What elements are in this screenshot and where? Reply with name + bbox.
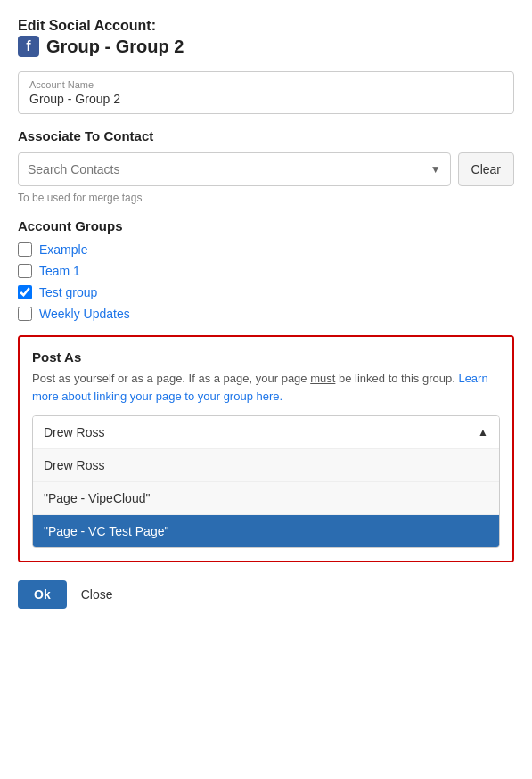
post-as-dropdown[interactable]: Drew Ross ▲ Drew Ross "Page - VipeCloud"… [32,415,500,548]
dropdown-option-drew[interactable]: Drew Ross [33,449,499,482]
checkbox-item-testgroup: Test group [18,285,514,299]
checkbox-weeklyupdates[interactable] [18,307,32,321]
checkbox-label-example[interactable]: Example [39,242,87,257]
account-name-label: Account Name [29,79,503,90]
account-name-field: Account Name Group - Group 2 [18,71,514,114]
dropdown-header[interactable]: Drew Ross ▲ [33,416,499,449]
search-contacts-input[interactable] [28,162,430,176]
page-title-line2: f Group - Group 2 [18,36,514,57]
associate-helper-text: To be used for merge tags [18,192,514,204]
close-button[interactable]: Close [78,580,117,609]
dropdown-option-vctest[interactable]: "Page - VC Test Page" [33,515,499,547]
checkbox-testgroup[interactable] [18,285,32,299]
checkbox-item-example: Example [18,242,514,257]
facebook-icon: f [18,36,39,57]
dropdown-selected-value: Drew Ross [44,425,104,439]
page-title-section: Edit Social Account: f Group - Group 2 [18,18,514,57]
post-as-title: Post As [32,349,500,365]
clear-button[interactable]: Clear [458,152,514,186]
associate-row: ▼ Clear [18,152,514,186]
search-contacts-arrow-icon: ▼ [430,163,441,176]
post-as-section: Post As Post as yourself or as a page. I… [18,335,514,562]
ok-button[interactable]: Ok [18,580,67,609]
checkbox-label-team1[interactable]: Team 1 [39,264,80,278]
associate-section-title: Associate To Contact [18,128,514,144]
search-contacts-wrapper[interactable]: ▼ [18,152,451,186]
checkbox-item-team1: Team 1 [18,264,514,278]
checkbox-label-testgroup[interactable]: Test group [39,285,97,299]
account-title: Group - Group 2 [46,37,184,57]
account-groups-title: Account Groups [18,218,514,234]
dropdown-option-vipecloud[interactable]: "Page - VipeCloud" [33,482,499,515]
checkbox-example[interactable] [18,242,32,257]
checkbox-team1[interactable] [18,264,32,278]
account-name-value: Group - Group 2 [29,92,503,106]
post-as-description: Post as yourself or as a page. If as a p… [32,370,500,405]
action-buttons: Ok Close [18,580,514,609]
dropdown-chevron-icon: ▲ [478,426,488,439]
checkbox-item-weeklyupdates: Weekly Updates [18,307,514,321]
page-title-line1: Edit Social Account: [18,18,514,34]
checkbox-label-weeklyupdates[interactable]: Weekly Updates [39,307,130,321]
account-groups-list: Example Team 1 Test group Weekly Updates [18,242,514,321]
